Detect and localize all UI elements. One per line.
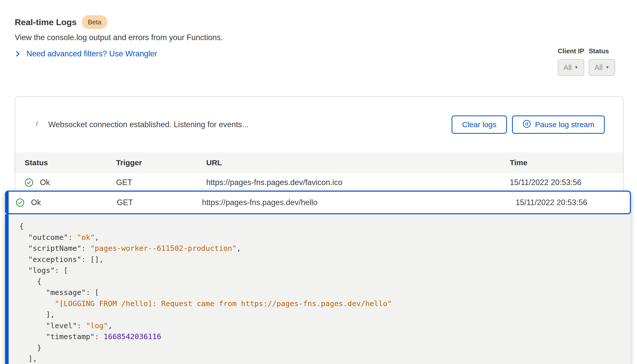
websocket-status: Websocket connection established. Listen… <box>48 120 249 129</box>
log-json-panel: { "outcome": "ok", "scriptName": "pages-… <box>5 214 631 364</box>
filters: Client IP All ▼ Status All ▼ <box>558 47 615 76</box>
page-title: Real-time Logs <box>15 17 77 27</box>
row-time: 15/11/2022 20:53:56 <box>516 198 622 207</box>
filter-client-ip: Client IP All ▼ <box>558 47 584 76</box>
clear-logs-label: Clear logs <box>462 120 496 129</box>
success-icon <box>25 178 33 187</box>
log-json: { "outcome": "ok", "scriptName": "pages-… <box>19 221 631 364</box>
caret-down-icon: ▼ <box>605 65 610 70</box>
wrangler-link-label: Need advanced filters? Use Wrangler <box>26 49 157 58</box>
table-row[interactable]: Ok GET https://pages-fns.pages.dev/favic… <box>15 173 623 192</box>
table-header: Status Trigger URL Time <box>15 152 623 173</box>
clear-logs-button[interactable]: Clear logs <box>452 115 507 134</box>
pause-log-stream-label: Pause log stream <box>535 120 594 129</box>
logs-toolbar: Websocket connection established. Listen… <box>15 97 623 152</box>
page-header: Real-time Logs Beta <box>15 15 107 29</box>
client-ip-select[interactable]: All ▼ <box>558 59 584 76</box>
pause-log-stream-button[interactable]: Pause log stream <box>512 115 605 134</box>
column-url: URL <box>206 158 510 167</box>
filter-status: Status All ▼ <box>589 47 615 76</box>
expanded-log-row[interactable]: Ok GET https://pages-fns.pages.dev/hello… <box>5 191 631 214</box>
spinner-icon <box>36 121 43 129</box>
status-value: All <box>594 63 602 72</box>
column-status: Status <box>25 158 116 167</box>
chevron-right-icon <box>15 50 21 58</box>
row-status: Ok <box>40 178 50 187</box>
beta-badge: Beta <box>82 15 108 29</box>
row-url: https://pages-fns.pages.dev/hello <box>202 198 516 207</box>
column-time: Time <box>510 158 615 167</box>
client-ip-value: All <box>563 63 571 72</box>
status-select[interactable]: All ▼ <box>589 59 615 76</box>
wrangler-link[interactable]: Need advanced filters? Use Wrangler <box>15 49 157 58</box>
row-trigger: GET <box>116 178 206 187</box>
row-time: 15/11/2022 20:53:56 <box>510 178 615 187</box>
pause-icon <box>522 120 531 130</box>
success-icon <box>16 198 24 207</box>
row-url: https://pages-fns.pages.dev/favicon.ico <box>206 178 510 187</box>
column-trigger: Trigger <box>116 158 206 167</box>
status-label: Status <box>589 47 615 55</box>
page-description: View the console.log output and errors f… <box>15 33 223 42</box>
caret-down-icon: ▼ <box>574 65 579 70</box>
row-trigger: GET <box>117 198 202 207</box>
client-ip-label: Client IP <box>558 47 584 55</box>
expanded-log-entry: Ok GET https://pages-fns.pages.dev/hello… <box>5 191 631 364</box>
row-status: Ok <box>31 198 41 207</box>
